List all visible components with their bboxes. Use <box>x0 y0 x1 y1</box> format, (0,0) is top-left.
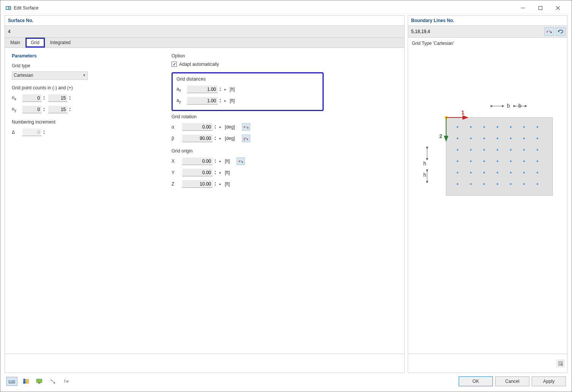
preview-toolbar <box>408 354 567 373</box>
adapt-checkbox[interactable] <box>172 62 177 67</box>
ok-button[interactable]: OK <box>459 376 493 386</box>
ax-label: ax <box>176 86 187 92</box>
svg-point-23 <box>483 126 485 128</box>
close-button[interactable] <box>549 2 567 14</box>
grid-distances-group: Grid distances ax ▲▼▸ [ft] ay ▲▼▸ [ft] <box>172 72 324 111</box>
ay-spinner[interactable]: ▲▼ <box>218 97 222 105</box>
cancel-button[interactable]: Cancel <box>495 376 529 386</box>
ay-input[interactable] <box>187 97 218 105</box>
grid-type-select[interactable]: Cartesian <box>12 71 88 80</box>
function-tool-icon[interactable]: f≭ <box>61 377 72 386</box>
pick-tool-icon[interactable]: × <box>47 377 59 386</box>
minimize-button[interactable] <box>514 2 532 14</box>
beta-range-button[interactable]: ▸ <box>219 136 223 140</box>
boundary-label: Boundary Lines No. <box>408 15 567 25</box>
nx-pos-input[interactable] <box>48 94 67 102</box>
beta-unit: [deg] <box>225 136 235 141</box>
apply-button[interactable]: Apply <box>532 376 566 386</box>
origin-x-spinner[interactable]: ▲▼ <box>213 157 217 165</box>
nx-neg-input[interactable] <box>22 94 41 102</box>
svg-rect-2 <box>9 7 10 9</box>
ny-neg-spinner[interactable]: ▲▼ <box>42 106 46 113</box>
origin-pick-button[interactable]: ×↘ <box>237 157 245 165</box>
delta-label: Δ <box>12 130 22 135</box>
grid-type-label: Grid type <box>12 63 164 68</box>
svg-point-24 <box>497 126 498 128</box>
origin-z-input[interactable] <box>182 180 213 188</box>
surface-no-input[interactable] <box>6 27 403 36</box>
ny-pos-input[interactable] <box>48 106 67 113</box>
beta-spinner[interactable]: ▲▼ <box>213 135 217 142</box>
alpha-spinner[interactable]: ▲▼ <box>213 123 217 131</box>
ax-range-button[interactable]: ▸ <box>224 87 228 91</box>
maximize-button[interactable] <box>532 2 549 14</box>
ax-unit: [ft] <box>230 87 235 92</box>
origin-z-label: Z <box>172 181 182 187</box>
origin-z-range-button[interactable]: ▸ <box>219 182 223 186</box>
origin-x-range-button[interactable]: ▸ <box>219 159 223 163</box>
svg-point-27 <box>537 126 538 128</box>
beta-pick-button[interactable]: y↘ <box>242 135 250 142</box>
nx-pos-spinner[interactable]: ▲▼ <box>68 94 72 102</box>
boundary-reverse-button[interactable] <box>556 27 566 36</box>
grid-preview-svg: b b h h 1 2 <box>419 98 564 213</box>
tab-integrated[interactable]: Integrated <box>45 38 76 48</box>
ax-spinner[interactable]: ▲▼ <box>218 86 222 93</box>
ny-pos-spinner[interactable]: ▲▼ <box>68 106 72 113</box>
svg-point-22 <box>470 126 472 128</box>
svg-point-30 <box>23 379 25 381</box>
ay-unit: [ft] <box>230 98 235 103</box>
origin-z-spinner[interactable]: ▲▼ <box>213 180 217 188</box>
origin-y-spinner[interactable]: ▲▼ <box>213 169 217 176</box>
footer: 0,00 × f≭ OK Cancel Apply <box>2 373 570 390</box>
numbering-label: Numbering increment <box>12 119 164 125</box>
tab-grid[interactable]: Grid <box>25 38 45 48</box>
svg-text:1: 1 <box>461 110 464 116</box>
grid-distances-header: Grid distances <box>176 76 319 82</box>
svg-text:h: h <box>423 172 426 178</box>
parameters-header: Parameters <box>12 53 164 59</box>
svg-point-29 <box>561 363 563 366</box>
svg-point-21 <box>457 126 458 128</box>
svg-text:f≭: f≭ <box>64 379 69 384</box>
svg-text:b: b <box>507 103 510 109</box>
svg-rect-33 <box>37 379 42 382</box>
ny-neg-input[interactable] <box>22 106 41 113</box>
tabbar: Main Grid Integrated <box>5 38 405 48</box>
alpha-range-button[interactable]: ▸ <box>219 125 223 129</box>
boundary-input[interactable] <box>410 27 543 36</box>
grid-preview: Grid Type 'Cartesian' b b h <box>408 38 567 354</box>
grid-rotation-header: Grid rotation <box>172 114 324 119</box>
titlebar: Edit Surface <box>2 2 570 14</box>
display-tool-icon[interactable] <box>33 377 45 386</box>
ax-input[interactable] <box>187 86 218 93</box>
window-title: Edit Surface <box>14 5 514 11</box>
nx-label: nx <box>12 95 22 101</box>
ny-label: ny <box>12 106 22 113</box>
person-tool-icon[interactable] <box>20 377 31 386</box>
alpha-pick-button[interactable]: ×↘ <box>242 123 250 131</box>
svg-text:h: h <box>423 160 426 167</box>
units-tool-icon[interactable]: 0,00 <box>6 377 17 386</box>
alpha-input[interactable] <box>182 123 213 131</box>
svg-point-25 <box>510 126 512 128</box>
tab-main[interactable]: Main <box>5 38 25 48</box>
boundary-pick-button[interactable]: ×↘ <box>544 27 554 36</box>
svg-rect-32 <box>26 379 29 383</box>
origin-y-label: Y <box>172 170 182 175</box>
preview-tool-button[interactable] <box>556 359 565 368</box>
nx-neg-spinner[interactable]: ▲▼ <box>42 94 46 102</box>
origin-x-input[interactable] <box>182 157 213 165</box>
ay-range-button[interactable]: ▸ <box>224 99 228 103</box>
comment-area <box>5 354 405 373</box>
beta-input[interactable] <box>182 135 213 142</box>
origin-y-range-button[interactable]: ▸ <box>219 171 223 175</box>
origin-y-input[interactable] <box>182 169 213 176</box>
origin-y-unit: [ft] <box>225 170 230 175</box>
surface-no-label: Surface No. <box>5 15 405 25</box>
alpha-unit: [deg] <box>225 124 235 130</box>
delta-input <box>22 129 41 136</box>
svg-rect-31 <box>23 381 25 384</box>
svg-rect-34 <box>38 382 40 384</box>
svg-rect-4 <box>539 6 542 10</box>
